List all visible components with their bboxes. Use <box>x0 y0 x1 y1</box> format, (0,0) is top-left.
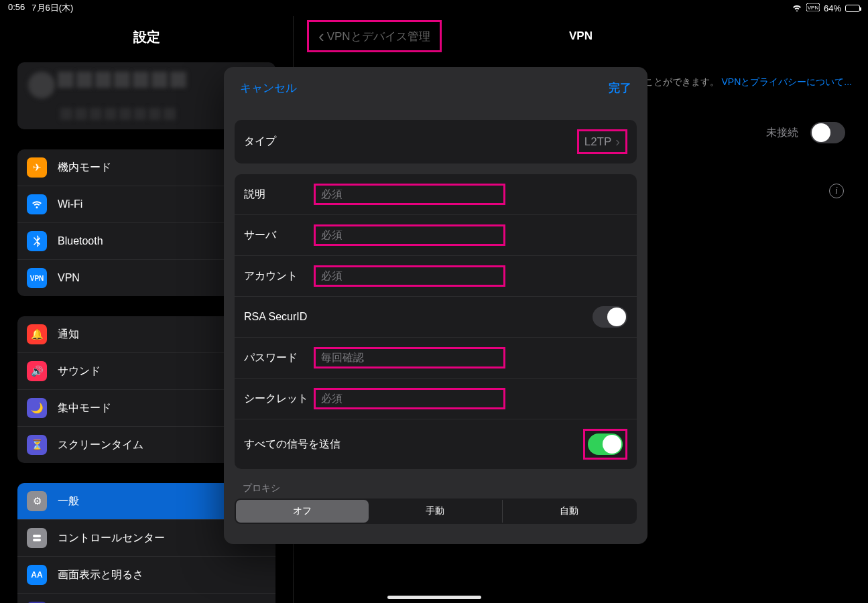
server-row: サーバ <box>235 215 637 256</box>
secret-label: シークレット <box>244 392 311 406</box>
sidebar-item-home-screen[interactable]: ホーム画面とマルチタスク <box>17 594 275 603</box>
sidebar-item-label: 一般 <box>58 494 79 509</box>
status-bar: 0:56 7月6日(木) VPN 64% <box>0 0 868 16</box>
proxy-option-manual[interactable]: 手動 <box>369 500 502 523</box>
cancel-button[interactable]: キャンセル <box>240 80 297 96</box>
proxy-section-header: プロキシ <box>224 469 647 498</box>
send-all-toggle[interactable] <box>588 433 623 455</box>
text-size-icon: AA <box>27 565 47 585</box>
sidebar-title: 設定 <box>0 16 293 62</box>
server-label: サーバ <box>244 228 311 243</box>
done-button[interactable]: 完了 <box>609 80 631 96</box>
bluetooth-icon <box>27 231 47 251</box>
proxy-option-off[interactable]: オフ <box>236 500 369 523</box>
status-time: 0:56 <box>8 2 25 14</box>
status-date: 7月6日(木) <box>32 2 73 14</box>
type-label: タイプ <box>244 135 311 149</box>
battery-icon <box>845 5 860 12</box>
sidebar-item-label: VPN <box>58 272 80 284</box>
svg-text:VPN: VPN <box>808 5 819 11</box>
vpn-config-modal: キャンセル 完了 タイプ L2TP › 説明 サーバ アカウント R <box>224 67 647 544</box>
sidebar-item-label: 画面表示と明るさ <box>58 568 143 582</box>
send-all-row: すべての信号を送信 <box>235 419 637 469</box>
switches-icon <box>27 528 47 548</box>
account-input[interactable] <box>321 270 498 282</box>
wifi-icon <box>27 194 47 214</box>
bell-icon: 🔔 <box>27 324 47 344</box>
battery-percent: 64% <box>824 3 841 13</box>
sidebar-item-label: Wi-Fi <box>58 198 82 210</box>
rsa-label: RSA SecurID <box>244 311 307 323</box>
sidebar-item-label: 通知 <box>58 328 79 342</box>
sidebar-item-label: コントロールセンター <box>58 531 165 545</box>
server-input[interactable] <box>321 229 498 241</box>
type-row[interactable]: タイプ L2TP › <box>235 120 637 163</box>
moon-icon: 🌙 <box>27 398 47 418</box>
description-row: 説明 <box>235 174 637 215</box>
sidebar-item-display[interactable]: AA 画面表示と明るさ <box>17 557 275 594</box>
detail-title: VPN <box>569 29 593 43</box>
vpn-icon: VPN <box>27 268 47 288</box>
connection-status-label: 未接続 <box>766 126 798 140</box>
description-input[interactable] <box>321 188 498 200</box>
gear-icon: ⚙ <box>27 491 47 511</box>
sidebar-item-label: 集中モード <box>58 401 111 415</box>
home-indicator[interactable] <box>387 596 481 599</box>
chevron-right-icon: › <box>615 134 620 149</box>
account-row: アカウント <box>235 256 637 297</box>
detail-info-tail: ことができます。 <box>644 76 719 88</box>
detail-header: ‹ VPNとデバイス管理 VPN <box>294 16 868 56</box>
rsa-row: RSA SecurID <box>235 297 637 338</box>
speaker-icon: 🔊 <box>27 361 47 381</box>
password-label: パスワード <box>244 351 311 365</box>
proxy-option-auto[interactable]: 自動 <box>503 500 635 523</box>
account-label: アカウント <box>244 269 311 283</box>
info-icon[interactable]: i <box>829 184 844 198</box>
chevron-left-icon: ‹ <box>318 27 324 45</box>
type-value: L2TP <box>584 135 612 149</box>
secret-row: シークレット <box>235 379 637 419</box>
back-button[interactable]: ‹ VPNとデバイス管理 <box>307 20 442 52</box>
vpn-status-icon: VPN <box>806 3 820 13</box>
description-label: 説明 <box>244 188 311 202</box>
password-input[interactable] <box>321 352 498 364</box>
sidebar-item-label: 機内モード <box>58 161 111 175</box>
svg-rect-2 <box>33 535 41 537</box>
secret-input[interactable] <box>321 393 498 405</box>
rsa-toggle[interactable] <box>593 306 627 328</box>
wifi-icon <box>792 3 802 13</box>
vpn-privacy-link[interactable]: VPNとプライバシーについて... <box>722 76 852 88</box>
password-row: パスワード <box>235 338 637 379</box>
sidebar-item-label: サウンド <box>58 364 101 379</box>
airplane-icon: ✈ <box>27 157 47 178</box>
back-label: VPNとデバイス管理 <box>327 29 430 44</box>
vpn-connection-toggle[interactable] <box>810 122 845 143</box>
hourglass-icon: ⏳ <box>27 435 47 455</box>
svg-rect-3 <box>33 539 41 541</box>
send-all-label: すべての信号を送信 <box>244 438 340 452</box>
sidebar-item-label: Bluetooth <box>58 235 103 247</box>
proxy-segmented-control: オフ 手動 自動 <box>235 498 637 524</box>
sidebar-item-label: スクリーンタイム <box>58 438 143 452</box>
